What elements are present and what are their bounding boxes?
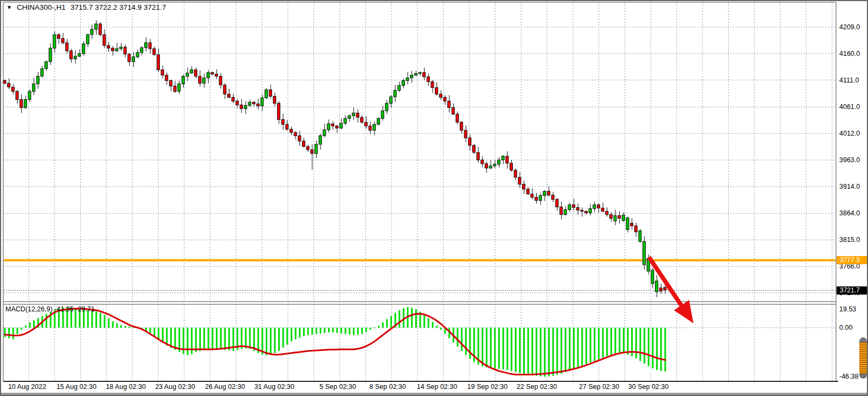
candle-bullish	[377, 118, 380, 124]
candle-bearish	[253, 102, 255, 104]
candle-bearish	[581, 210, 583, 211]
candle-bullish	[315, 144, 318, 154]
candle-bullish	[352, 113, 355, 116]
candle-bearish	[198, 76, 201, 84]
macd-bar	[46, 314, 47, 328]
macd-bar	[664, 328, 666, 372]
candle-bearish	[609, 214, 612, 218]
macd-bar	[266, 328, 267, 355]
candle-bullish	[539, 196, 542, 201]
macd-bar	[170, 328, 172, 348]
candle-bearish	[103, 35, 106, 46]
candle-bearish	[601, 208, 604, 211]
candle-bearish	[551, 195, 554, 200]
candle-bearish	[232, 97, 234, 101]
macd-bar	[128, 327, 130, 328]
macd-bar	[586, 328, 587, 364]
candle-bullish	[86, 35, 89, 44]
candle-bearish	[61, 39, 64, 43]
macd-bar	[456, 328, 458, 347]
candle-bullish	[339, 123, 342, 128]
candle-bearish	[576, 207, 579, 210]
candle-bearish	[66, 43, 68, 51]
candle-bullish	[82, 44, 85, 54]
candle-bearish	[456, 114, 459, 122]
macd-bar	[295, 328, 297, 339]
candle-bearish	[173, 86, 176, 92]
macd-bar	[278, 328, 280, 351]
macd-bar	[120, 325, 122, 328]
candle-bearish	[518, 177, 521, 184]
candle-bullish	[589, 208, 591, 213]
macd-tick-label: 19.53	[839, 305, 867, 313]
macd-bar	[200, 328, 201, 351]
price-tick-label: 3864.0	[839, 209, 867, 217]
candle-bearish	[278, 103, 280, 119]
candle-bearish	[70, 51, 73, 59]
candle-bullish	[182, 76, 184, 84]
candle-bullish	[614, 215, 616, 221]
macd-bar	[561, 328, 562, 374]
time-tick-label: 19 Sep 02:30	[467, 383, 507, 391]
macd-bar	[370, 328, 371, 330]
macd-bar	[469, 328, 471, 359]
macd-bar	[324, 328, 325, 333]
candle-bearish	[273, 96, 276, 103]
macd-bar	[627, 328, 629, 355]
macd-bar	[158, 328, 159, 339]
candle-bearish	[618, 215, 621, 218]
candle-bearish	[3, 81, 6, 84]
candle-bullish	[261, 98, 263, 106]
candle-bearish	[584, 211, 587, 213]
scrollbar-cap-top	[859, 337, 867, 342]
candle-bearish	[281, 119, 284, 124]
candle-bullish	[119, 47, 122, 49]
candle-bearish	[547, 191, 550, 195]
macd-bar	[382, 322, 384, 328]
candle-bearish	[356, 113, 359, 117]
horizontal-price-line[interactable]	[4, 259, 835, 261]
candle-bearish	[286, 124, 288, 129]
candle-bearish	[364, 122, 367, 126]
macd-bar	[581, 328, 583, 366]
macd-bar	[486, 328, 487, 367]
macd-bar	[423, 315, 425, 328]
candle-bearish	[659, 288, 662, 291]
candle-bullish	[373, 124, 376, 130]
macd-bar	[150, 328, 151, 333]
candle-bearish	[240, 105, 243, 108]
candle-bearish	[556, 200, 558, 207]
candle-bullish	[493, 164, 496, 166]
candle-bearish	[526, 189, 529, 194]
macd-bar	[519, 328, 520, 373]
macd-bar	[648, 328, 650, 366]
bottom-status-strip	[1, 393, 867, 395]
candle-bullish	[394, 90, 396, 97]
candle-bullish	[115, 49, 118, 51]
symbol-dropdown-icon[interactable]: ▼	[7, 4, 12, 11]
scrollbar-thumb[interactable]	[859, 337, 867, 379]
candle-bearish	[506, 156, 509, 163]
candle-bullish	[78, 54, 81, 56]
candle-bullish	[95, 24, 98, 29]
macd-bar	[398, 310, 400, 328]
candle-bearish	[290, 129, 293, 132]
macd-bar	[8, 328, 10, 338]
time-tick-label: 14 Sep 02:30	[417, 383, 457, 391]
trend-arrow-head[interactable]	[674, 300, 693, 323]
macd-indicator-label: MACD(12,26,9) -41.35 -29.71	[5, 305, 95, 313]
candle-bullish	[501, 156, 504, 160]
candle-bearish	[223, 85, 226, 94]
candle-bullish	[626, 218, 629, 229]
candle-bearish	[572, 205, 575, 208]
macd-bar	[490, 328, 492, 368]
macd-bar	[531, 328, 533, 375]
macd-bar	[386, 319, 388, 328]
candle-bearish	[452, 107, 454, 114]
macd-bar	[577, 328, 579, 367]
macd-bar	[598, 328, 600, 360]
candle-bullish	[190, 70, 193, 73]
macd-bar	[307, 328, 309, 335]
candle-bearish	[215, 74, 218, 76]
candle-bearish	[369, 126, 371, 130]
